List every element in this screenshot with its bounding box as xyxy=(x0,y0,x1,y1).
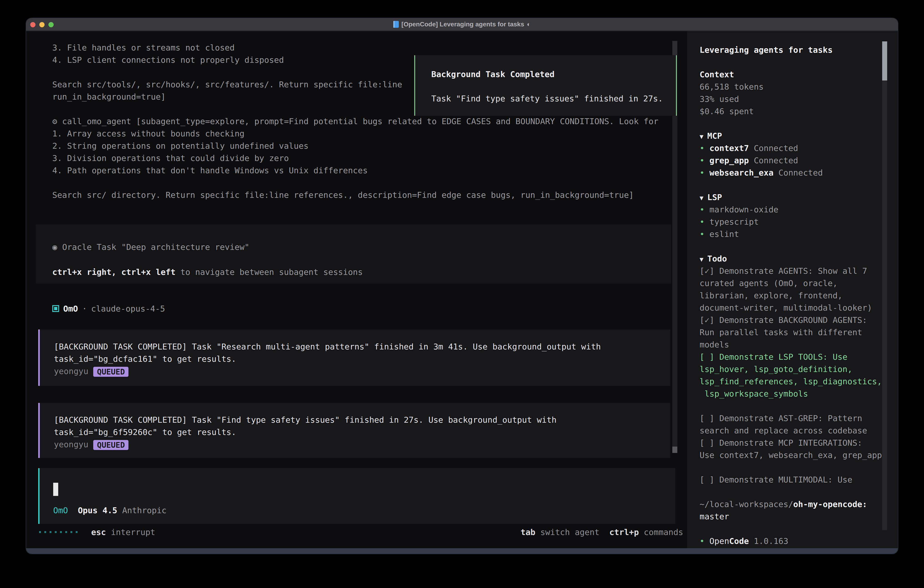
sidebar-line: lsp_workspace_symbols xyxy=(700,388,891,400)
esc-action-label: interrupt xyxy=(111,527,155,537)
sidebar-line: document-writer, multimodal-looker) xyxy=(700,302,891,314)
message-author: yeongyu xyxy=(54,367,88,376)
sidebar-line xyxy=(700,240,891,253)
queued-status-badge: QUEUED xyxy=(93,367,129,377)
terminal-line xyxy=(52,177,658,189)
traffic-lights xyxy=(30,18,54,31)
oracle-task-panel: ◉ Oracle Task "Deep architecture review"… xyxy=(36,225,671,284)
queued-status-badge: QUEUED xyxy=(93,440,129,450)
agent-omo-icon xyxy=(52,305,59,312)
toast-title: Background Task Completed xyxy=(431,68,554,81)
sidebar-line: $0.46 spent xyxy=(700,105,891,117)
message-author: yeongyu xyxy=(54,440,88,449)
sidebar-line: 66,518 tokens xyxy=(700,81,891,93)
target-icon: ◉ xyxy=(52,243,57,252)
sidebar-scrollbar-thumb[interactable] xyxy=(882,41,887,81)
sidebar-line: curated agents (OmO, oracle, xyxy=(700,277,891,289)
zoom-window-button[interactable] xyxy=(48,22,54,27)
oracle-shortcut-hint: ctrl+x right, ctrl+x left to navigate be… xyxy=(52,266,363,278)
terminal-line: 2. String operations on potentially unde… xyxy=(52,140,658,152)
agent-separator: · xyxy=(82,304,87,313)
minimize-window-button[interactable] xyxy=(40,22,45,27)
sidebar-line xyxy=(700,117,891,130)
sidebar-line: [ ] Demonstrate MCP INTEGRATIONS: xyxy=(700,437,891,449)
sidebar-content: Leveraging agents for tasksContext66,518… xyxy=(700,44,891,547)
message-line: [BACKGROUND TASK COMPLETED] Task "Find t… xyxy=(54,414,556,426)
sidebar-line: 33% used xyxy=(700,93,891,105)
spinner-dot xyxy=(65,531,67,533)
background-task-toast: Background Task Completed Task "Find typ… xyxy=(414,55,677,116)
sidebar-line: Run parallel tasks with different xyxy=(700,326,891,339)
sidebar-line: lsp_find_references, lsp_diagnostics, xyxy=(700,375,891,388)
background-task-message: [BACKGROUND TASK COMPLETED] Task "Find t… xyxy=(38,403,670,458)
input-provider-name: Anthropic xyxy=(122,506,167,515)
sidebar-line xyxy=(700,179,891,191)
main-scrollbar-thumb[interactable] xyxy=(672,447,677,453)
status-right: tab switch agent ctrl+p commands xyxy=(521,527,683,537)
terminal-line: 3. Division operations that could divide… xyxy=(52,152,658,164)
sidebar-line: [ ] Demonstrate AST-GREP: Pattern xyxy=(700,412,891,424)
sidebar-line xyxy=(700,486,891,498)
message-meta-row: yeongyu QUEUED xyxy=(54,438,556,451)
input-model-row: OmO Opus 4.5 Anthropic xyxy=(53,504,167,516)
sidebar-line: master xyxy=(700,510,891,523)
window-title: [OpenCode] Leveraging agents for tasks xyxy=(401,21,524,28)
sidebar-line: ▼ LSP xyxy=(700,191,891,203)
close-window-button[interactable] xyxy=(30,22,35,27)
message-line: task_id="bg_dcfac161" to get results. xyxy=(54,353,601,365)
message-meta-row: yeongyu QUEUED xyxy=(54,365,601,377)
esc-key-hint: esc xyxy=(91,527,106,537)
sidebar-line: models xyxy=(700,339,891,351)
opencode-terminal-window: [OpenCode] Leveraging agents for tasks ◐… xyxy=(26,18,898,554)
sidebar-line: Leveraging agents for tasks xyxy=(700,44,891,56)
sidebar-line: • websearch_exa Connected xyxy=(700,167,891,179)
message-line: task_id="bg_6f59260c" to get results. xyxy=(54,426,556,438)
spinner-dot xyxy=(76,531,78,533)
oracle-task-label: ◉ Oracle Task "Deep architecture review" xyxy=(52,241,249,253)
sidebar-line: Use context7, websearch_exa, grep_app xyxy=(700,449,891,461)
sidebar-line: lsp_hover, lsp_goto_definition, xyxy=(700,363,891,375)
sidebar-line: • grep_app Connected xyxy=(700,154,891,167)
sidebar-line xyxy=(700,523,891,535)
status-bar: esc interrupt tab switch agent ctrl+p co… xyxy=(26,526,683,538)
sidebar-line: [✓] Demonstrate BACKGROUND AGENTS: xyxy=(700,314,891,326)
sidebar-line: • eslint xyxy=(700,228,891,240)
document-icon xyxy=(393,21,399,28)
main-scrollbar-thumb-top[interactable] xyxy=(672,41,677,55)
tab-action-label: switch agent xyxy=(540,527,599,537)
terminal-line: 4. Path operations that don't handle Win… xyxy=(52,164,658,177)
sidebar-line: • typescript xyxy=(700,216,891,228)
window-title-group: [OpenCode] Leveraging agents for tasks ◐ xyxy=(393,21,531,28)
ctrlp-key-hint: ctrl+p xyxy=(609,527,639,537)
desktop-background: [OpenCode] Leveraging agents for tasks ◐… xyxy=(0,0,924,588)
spinner-dot xyxy=(39,531,41,533)
tab-key-hint: tab xyxy=(521,527,535,537)
terminal-line: 3. File handles or streams not closed xyxy=(52,41,658,54)
message-line: [BACKGROUND TASK COMPLETED] Task "Resear… xyxy=(54,340,601,353)
spinner-dot xyxy=(55,531,57,533)
sidebar-line: • OpenCode 1.0.163 xyxy=(700,535,891,547)
sidebar-line: • context7 Connected xyxy=(700,142,891,154)
sidebar-scrollbar-track[interactable] xyxy=(882,41,887,530)
spinner-dot xyxy=(50,531,51,533)
terminal-line: Search src/ directory. Return specific f… xyxy=(52,189,658,201)
sidebar-line xyxy=(700,461,891,474)
terminal-line: 1. Array access without bounds checking xyxy=(52,127,658,140)
text-cursor xyxy=(53,483,58,496)
spinner-dot xyxy=(45,531,46,533)
input-agent-name: OmO xyxy=(53,506,68,515)
toast-body: Task "Find type safety issues" finished … xyxy=(431,92,663,105)
spinner-dot xyxy=(60,531,62,533)
spinner-dot xyxy=(71,531,72,533)
sidebar-line: librarian, explore, frontend, xyxy=(700,289,891,302)
agent-name: OmO xyxy=(63,304,78,313)
prompt-input[interactable]: OmO Opus 4.5 Anthropic xyxy=(38,468,675,524)
recording-indicator-icon: ◐ xyxy=(527,21,531,28)
sidebar-line: [ ] Demonstrate LSP TOOLS: Use xyxy=(700,351,891,363)
input-model-name: Opus 4.5 xyxy=(78,506,117,515)
status-left: esc interrupt xyxy=(26,527,155,537)
sidebar-line xyxy=(700,400,891,412)
agent-header-row: OmO · claude-opus-4-5 xyxy=(52,302,165,315)
sidebar-line: Context xyxy=(700,68,891,81)
agent-model: claude-opus-4-5 xyxy=(91,304,165,313)
